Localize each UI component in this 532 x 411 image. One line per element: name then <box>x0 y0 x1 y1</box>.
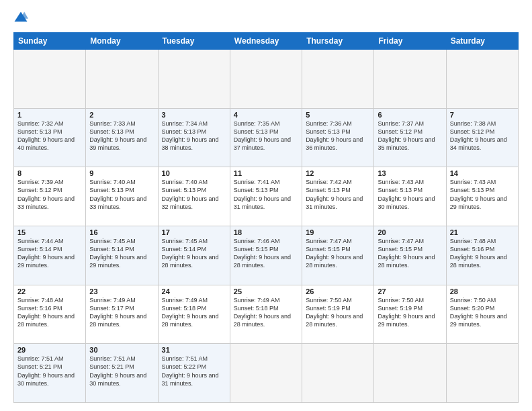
calendar-cell <box>86 50 158 109</box>
calendar-cell: 14Sunrise: 7:43 AMSunset: 5:13 PMDayligh… <box>446 167 518 226</box>
day-number: 2 <box>89 111 154 119</box>
calendar-cell: 20Sunrise: 7:47 AMSunset: 5:15 PMDayligh… <box>374 226 446 285</box>
day-number: 3 <box>162 111 226 119</box>
calendar-cell: 31Sunrise: 7:51 AMSunset: 5:22 PMDayligh… <box>158 344 230 403</box>
day-number: 12 <box>306 169 370 177</box>
day-number: 26 <box>306 287 370 295</box>
calendar-cell: 5Sunrise: 7:36 AMSunset: 5:13 PMDaylight… <box>302 108 374 167</box>
week-row-3: 8Sunrise: 7:39 AMSunset: 5:12 PMDaylight… <box>14 167 519 226</box>
calendar-cell: 13Sunrise: 7:43 AMSunset: 5:13 PMDayligh… <box>374 167 446 226</box>
calendar-cell <box>230 344 302 403</box>
calendar-cell <box>374 50 446 109</box>
calendar-cell: 7Sunrise: 7:38 AMSunset: 5:12 PMDaylight… <box>446 108 518 167</box>
calendar-cell <box>230 50 302 109</box>
day-number: 1 <box>17 111 82 119</box>
header <box>13 11 519 26</box>
day-info: Sunrise: 7:49 AMSunset: 5:18 PMDaylight:… <box>162 296 226 329</box>
day-number: 8 <box>17 169 82 177</box>
day-number: 17 <box>162 228 226 236</box>
day-info: Sunrise: 7:43 AMSunset: 5:13 PMDaylight:… <box>378 178 442 211</box>
day-number: 13 <box>378 169 442 177</box>
day-info: Sunrise: 7:47 AMSunset: 5:15 PMDaylight:… <box>378 237 442 270</box>
day-info: Sunrise: 7:45 AMSunset: 5:14 PMDaylight:… <box>89 237 154 270</box>
calendar-cell: 21Sunrise: 7:48 AMSunset: 5:16 PMDayligh… <box>446 226 518 285</box>
calendar-cell: 17Sunrise: 7:45 AMSunset: 5:14 PMDayligh… <box>158 226 230 285</box>
day-number: 10 <box>162 169 226 177</box>
day-info: Sunrise: 7:40 AMSunset: 5:13 PMDaylight:… <box>162 178 226 211</box>
calendar-cell: 4Sunrise: 7:35 AMSunset: 5:13 PMDaylight… <box>230 108 302 167</box>
calendar-cell: 26Sunrise: 7:50 AMSunset: 5:19 PMDayligh… <box>302 285 374 344</box>
day-info: Sunrise: 7:47 AMSunset: 5:15 PMDaylight:… <box>306 237 370 270</box>
calendar-cell: 18Sunrise: 7:46 AMSunset: 5:15 PMDayligh… <box>230 226 302 285</box>
day-number: 29 <box>17 346 82 354</box>
day-info: Sunrise: 7:42 AMSunset: 5:13 PMDaylight:… <box>306 178 370 211</box>
day-number: 14 <box>450 169 515 177</box>
day-info: Sunrise: 7:51 AMSunset: 5:22 PMDaylight:… <box>162 355 226 387</box>
calendar-cell: 8Sunrise: 7:39 AMSunset: 5:12 PMDaylight… <box>14 167 86 226</box>
day-info: Sunrise: 7:38 AMSunset: 5:12 PMDaylight:… <box>450 120 515 152</box>
calendar-table: SundayMondayTuesdayWednesdayThursdayFrid… <box>13 32 519 403</box>
calendar-cell <box>14 50 86 109</box>
logo-icon <box>13 11 28 26</box>
calendar-cell: 22Sunrise: 7:48 AMSunset: 5:16 PMDayligh… <box>14 285 86 344</box>
calendar-cell <box>302 50 374 109</box>
day-number: 22 <box>17 287 82 295</box>
day-number: 25 <box>234 287 298 295</box>
calendar-cell: 24Sunrise: 7:49 AMSunset: 5:18 PMDayligh… <box>158 285 230 344</box>
col-header-sunday: Sunday <box>14 33 86 50</box>
day-number: 21 <box>450 228 515 236</box>
calendar-cell: 11Sunrise: 7:41 AMSunset: 5:13 PMDayligh… <box>230 167 302 226</box>
day-info: Sunrise: 7:36 AMSunset: 5:13 PMDaylight:… <box>306 120 370 152</box>
day-info: Sunrise: 7:50 AMSunset: 5:19 PMDaylight:… <box>378 296 442 329</box>
calendar-cell <box>302 344 374 403</box>
calendar-cell: 6Sunrise: 7:37 AMSunset: 5:12 PMDaylight… <box>374 108 446 167</box>
day-info: Sunrise: 7:48 AMSunset: 5:16 PMDaylight:… <box>450 237 515 270</box>
calendar-cell: 19Sunrise: 7:47 AMSunset: 5:15 PMDayligh… <box>302 226 374 285</box>
calendar-cell: 16Sunrise: 7:45 AMSunset: 5:14 PMDayligh… <box>86 226 158 285</box>
col-header-wednesday: Wednesday <box>230 33 302 50</box>
day-info: Sunrise: 7:51 AMSunset: 5:21 PMDaylight:… <box>89 355 154 387</box>
day-info: Sunrise: 7:44 AMSunset: 5:14 PMDaylight:… <box>17 237 82 270</box>
day-info: Sunrise: 7:49 AMSunset: 5:18 PMDaylight:… <box>234 296 298 329</box>
day-number: 23 <box>89 287 154 295</box>
col-header-tuesday: Tuesday <box>158 33 230 50</box>
calendar-cell <box>446 50 518 109</box>
week-row-2: 1Sunrise: 7:32 AMSunset: 5:13 PMDaylight… <box>14 108 519 167</box>
day-info: Sunrise: 7:50 AMSunset: 5:19 PMDaylight:… <box>306 296 370 329</box>
day-number: 19 <box>306 228 370 236</box>
calendar-cell <box>374 344 446 403</box>
calendar-cell: 30Sunrise: 7:51 AMSunset: 5:21 PMDayligh… <box>86 344 158 403</box>
day-info: Sunrise: 7:49 AMSunset: 5:17 PMDaylight:… <box>89 296 154 329</box>
calendar-cell: 3Sunrise: 7:34 AMSunset: 5:13 PMDaylight… <box>158 108 230 167</box>
day-number: 27 <box>378 287 442 295</box>
day-info: Sunrise: 7:39 AMSunset: 5:12 PMDaylight:… <box>17 178 82 211</box>
day-number: 9 <box>89 169 154 177</box>
day-number: 15 <box>17 228 82 236</box>
day-number: 7 <box>450 111 515 119</box>
day-number: 30 <box>89 346 154 354</box>
day-info: Sunrise: 7:51 AMSunset: 5:21 PMDaylight:… <box>17 355 82 387</box>
day-info: Sunrise: 7:45 AMSunset: 5:14 PMDaylight:… <box>162 237 226 270</box>
week-row-4: 15Sunrise: 7:44 AMSunset: 5:14 PMDayligh… <box>14 226 519 285</box>
day-number: 24 <box>162 287 226 295</box>
day-number: 11 <box>234 169 298 177</box>
calendar-cell: 29Sunrise: 7:51 AMSunset: 5:21 PMDayligh… <box>14 344 86 403</box>
day-info: Sunrise: 7:33 AMSunset: 5:13 PMDaylight:… <box>89 120 154 152</box>
col-header-monday: Monday <box>86 33 158 50</box>
calendar-cell <box>446 344 518 403</box>
logo <box>13 11 31 26</box>
calendar-cell: 1Sunrise: 7:32 AMSunset: 5:13 PMDaylight… <box>14 108 86 167</box>
calendar-cell: 9Sunrise: 7:40 AMSunset: 5:13 PMDaylight… <box>86 167 158 226</box>
day-info: Sunrise: 7:34 AMSunset: 5:13 PMDaylight:… <box>162 120 226 152</box>
col-header-friday: Friday <box>374 33 446 50</box>
calendar-page: SundayMondayTuesdayWednesdayThursdayFrid… <box>0 0 532 411</box>
day-number: 18 <box>234 228 298 236</box>
day-info: Sunrise: 7:41 AMSunset: 5:13 PMDaylight:… <box>234 178 298 211</box>
col-header-saturday: Saturday <box>446 33 518 50</box>
day-info: Sunrise: 7:32 AMSunset: 5:13 PMDaylight:… <box>17 120 82 152</box>
day-number: 16 <box>89 228 154 236</box>
calendar-cell: 28Sunrise: 7:50 AMSunset: 5:20 PMDayligh… <box>446 285 518 344</box>
day-info: Sunrise: 7:50 AMSunset: 5:20 PMDaylight:… <box>450 296 515 329</box>
day-number: 31 <box>162 346 226 354</box>
calendar-cell: 23Sunrise: 7:49 AMSunset: 5:17 PMDayligh… <box>86 285 158 344</box>
